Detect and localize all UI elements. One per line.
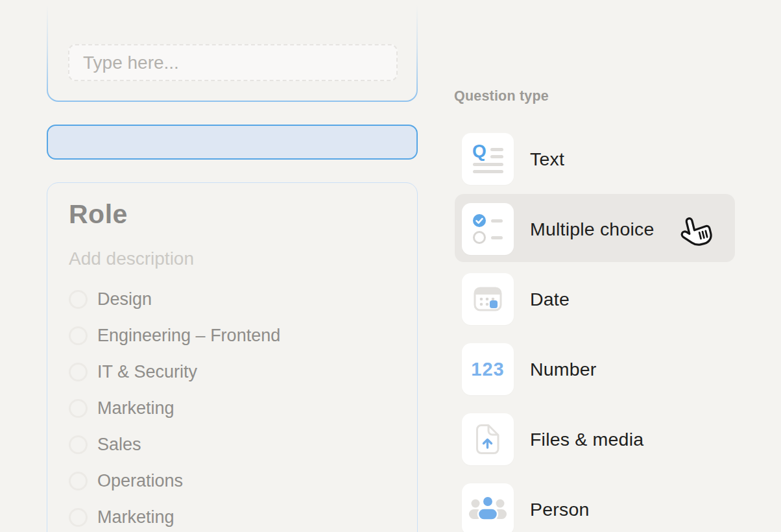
question-title[interactable]: Role: [69, 199, 128, 230]
menu-item-text[interactable]: Q Text: [462, 133, 564, 185]
menu-item-label: Files & media: [530, 429, 643, 450]
menu-item-person[interactable]: Person: [462, 483, 590, 532]
option-row[interactable]: Marketing: [47, 390, 417, 426]
options-list: Design Engineering – Frontend IT & Secur…: [47, 281, 417, 532]
form-builder-screen: Type here... Role Add description Design…: [0, 0, 781, 532]
option-row[interactable]: Sales: [47, 426, 417, 463]
multiple-choice-icon: [462, 203, 514, 255]
question-type-menu-title: Question type: [454, 88, 549, 104]
option-label: Engineering – Frontend: [97, 326, 280, 346]
option-row[interactable]: Design: [47, 281, 417, 317]
q-glyph: Q: [472, 141, 487, 162]
option-label: IT & Security: [97, 362, 197, 382]
role-question-card[interactable]: Role Add description Design Engineering …: [47, 182, 418, 532]
menu-item-date[interactable]: Date: [462, 273, 570, 325]
option-row[interactable]: Marketing: [47, 499, 417, 532]
menu-item-multiple-choice[interactable]: Multiple choice: [462, 203, 655, 255]
option-row[interactable]: Operations: [47, 463, 417, 499]
radio-icon[interactable]: [69, 508, 88, 527]
radio-icon[interactable]: [69, 435, 88, 454]
123-glyph: 123: [471, 359, 504, 380]
menu-item-label: Number: [530, 359, 597, 380]
number-123-icon: 123: [462, 343, 514, 395]
checked-radio-icon: [473, 214, 486, 227]
option-label: Design: [97, 289, 152, 309]
radio-icon[interactable]: [69, 363, 88, 381]
option-label: Operations: [97, 471, 183, 491]
text-answer-input[interactable]: Type here...: [68, 44, 398, 81]
menu-item-label: Person: [530, 499, 590, 520]
radio-icon[interactable]: [69, 290, 88, 309]
radio-icon[interactable]: [69, 326, 88, 345]
radio-icon[interactable]: [69, 472, 88, 490]
calendar-icon: [462, 273, 514, 325]
menu-item-number[interactable]: 123 Number: [462, 343, 597, 395]
question-description-placeholder[interactable]: Add description: [69, 248, 194, 269]
menu-item-label: Text: [530, 149, 564, 170]
file-upload-icon: [462, 413, 514, 465]
person-icon: [462, 483, 514, 532]
menu-item-label: Date: [530, 289, 570, 310]
radio-icon[interactable]: [69, 399, 88, 418]
option-label: Marketing: [97, 507, 174, 527]
menu-item-files-media[interactable]: Files & media: [462, 413, 643, 465]
text-question-icon: Q: [462, 133, 514, 185]
insert-question-placeholder[interactable]: [47, 125, 418, 160]
option-row[interactable]: Engineering – Frontend: [47, 317, 417, 354]
unchecked-radio-icon: [473, 231, 486, 244]
menu-item-label: Multiple choice: [530, 219, 655, 240]
option-row[interactable]: IT & Security: [47, 354, 417, 390]
option-label: Marketing: [97, 398, 174, 418]
option-label: Sales: [97, 435, 141, 455]
